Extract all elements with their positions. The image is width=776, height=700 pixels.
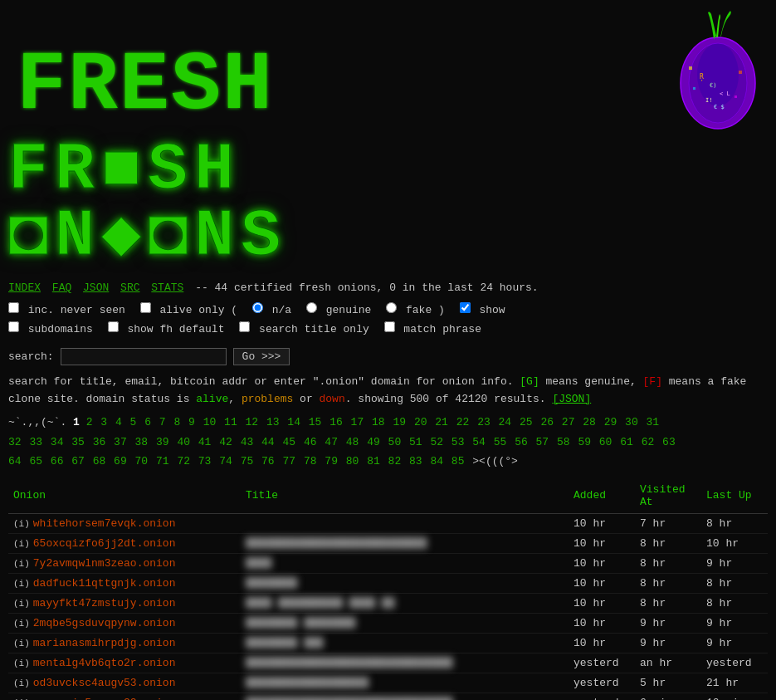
- page-71[interactable]: 71: [156, 455, 169, 467]
- page-16[interactable]: 16: [329, 416, 343, 428]
- onion-link[interactable]: whitehorsem7evqk.onion: [33, 517, 176, 530]
- page-37[interactable]: 37: [114, 436, 127, 448]
- onion-link[interactable]: od3uvcksc4augv53.onion: [33, 677, 176, 689]
- info-link[interactable]: (i): [13, 639, 30, 649]
- subdomains-checkbox[interactable]: [8, 321, 19, 332]
- page-21[interactable]: 21: [435, 416, 448, 428]
- page-6[interactable]: 6: [144, 416, 151, 428]
- page-8[interactable]: 8: [173, 416, 180, 428]
- show-checkbox-label[interactable]: show: [460, 304, 505, 316]
- page-58[interactable]: 58: [557, 436, 570, 448]
- page-48[interactable]: 48: [346, 436, 359, 448]
- page-10[interactable]: 10: [203, 416, 217, 428]
- page-40[interactable]: 40: [177, 436, 190, 448]
- json-link[interactable]: [JSON]: [552, 393, 591, 405]
- page-72[interactable]: 72: [177, 455, 190, 467]
- page-60[interactable]: 60: [599, 436, 613, 448]
- page-65[interactable]: 65: [29, 455, 42, 467]
- page-29[interactable]: 29: [604, 416, 617, 428]
- onion-link[interactable]: 7y2avmqwlnm3zeao.onion: [33, 557, 176, 570]
- info-link[interactable]: (i): [13, 559, 30, 569]
- subdomains-checkbox-label[interactable]: subdomains: [8, 323, 100, 335]
- genuine-radio-label[interactable]: genuine: [306, 304, 378, 316]
- info-link[interactable]: (i): [13, 599, 30, 609]
- page-32[interactable]: 32: [8, 436, 22, 448]
- page-14[interactable]: 14: [287, 416, 300, 428]
- onion-link[interactable]: 2mqbe5gsduvqpynw.onion: [33, 617, 176, 629]
- page-76[interactable]: 76: [261, 455, 275, 467]
- page-17[interactable]: 17: [351, 416, 364, 428]
- page-41[interactable]: 41: [198, 436, 212, 448]
- page-77[interactable]: 77: [282, 455, 295, 467]
- page-35[interactable]: 35: [71, 436, 85, 448]
- page-51[interactable]: 51: [409, 436, 422, 448]
- page-63[interactable]: 63: [662, 436, 676, 448]
- page-74[interactable]: 74: [219, 455, 232, 467]
- nav-stats[interactable]: STATS: [151, 281, 183, 294]
- page-2[interactable]: 2: [86, 416, 93, 428]
- page-27[interactable]: 27: [562, 416, 575, 428]
- page-54[interactable]: 54: [472, 436, 486, 448]
- inc-never-seen-label[interactable]: inc. never seen: [8, 304, 132, 316]
- page-31[interactable]: 31: [647, 416, 660, 428]
- page-9[interactable]: 9: [188, 416, 195, 428]
- search-button[interactable]: Go >>>: [233, 348, 290, 365]
- nav-index[interactable]: INDEX: [8, 281, 41, 294]
- page-44[interactable]: 44: [261, 436, 275, 448]
- page-82[interactable]: 82: [388, 455, 402, 467]
- info-link[interactable]: (i): [13, 658, 30, 668]
- page-3[interactable]: 3: [100, 416, 107, 428]
- page-68[interactable]: 68: [93, 455, 106, 467]
- onion-link[interactable]: scwmwsig5mvoyz32.onion: [33, 697, 176, 700]
- match-phrase-checkbox-label[interactable]: match phrase: [384, 323, 481, 335]
- page-55[interactable]: 55: [494, 436, 507, 448]
- page-83[interactable]: 83: [409, 455, 422, 467]
- page-79[interactable]: 79: [325, 455, 338, 467]
- page-64[interactable]: 64: [8, 455, 22, 467]
- info-link[interactable]: (i): [13, 519, 30, 529]
- page-52[interactable]: 52: [430, 436, 443, 448]
- page-18[interactable]: 18: [372, 416, 385, 428]
- page-46[interactable]: 46: [304, 436, 317, 448]
- page-50[interactable]: 50: [388, 436, 402, 448]
- info-link[interactable]: (i): [13, 619, 30, 629]
- page-85[interactable]: 85: [451, 455, 465, 467]
- genuine-radio[interactable]: [306, 302, 317, 313]
- page-20[interactable]: 20: [414, 416, 427, 428]
- page-12[interactable]: 12: [246, 416, 259, 428]
- nav-json[interactable]: JSON: [83, 281, 109, 294]
- page-15[interactable]: 15: [309, 416, 322, 428]
- page-5[interactable]: 5: [130, 416, 137, 428]
- show-checkbox[interactable]: [460, 302, 471, 313]
- page-33[interactable]: 33: [29, 436, 42, 448]
- onion-link[interactable]: 65oxcqizfo6jj2dt.onion: [33, 537, 176, 550]
- fake-radio[interactable]: [386, 302, 397, 313]
- page-25[interactable]: 25: [520, 416, 533, 428]
- page-84[interactable]: 84: [430, 455, 443, 467]
- page-67[interactable]: 67: [71, 455, 85, 467]
- page-61[interactable]: 61: [620, 436, 633, 448]
- search-title-checkbox[interactable]: [239, 321, 250, 332]
- page-23[interactable]: 23: [477, 416, 490, 428]
- onion-link[interactable]: dadfuck11qttgnjk.onion: [33, 577, 176, 590]
- page-4[interactable]: 4: [115, 416, 122, 428]
- info-link[interactable]: (i): [13, 579, 30, 589]
- page-24[interactable]: 24: [499, 416, 512, 428]
- page-45[interactable]: 45: [282, 436, 295, 448]
- page-26[interactable]: 26: [540, 416, 554, 428]
- page-53[interactable]: 53: [451, 436, 465, 448]
- page-73[interactable]: 73: [198, 455, 212, 467]
- show-fh-checkbox[interactable]: [108, 321, 119, 332]
- page-42[interactable]: 42: [219, 436, 232, 448]
- search-title-checkbox-label[interactable]: search title only: [239, 323, 375, 335]
- page-70[interactable]: 70: [135, 455, 149, 467]
- page-78[interactable]: 78: [304, 455, 317, 467]
- page-34[interactable]: 34: [51, 436, 64, 448]
- page-57[interactable]: 57: [536, 436, 549, 448]
- fake-radio-label[interactable]: fake ): [386, 304, 451, 316]
- page-28[interactable]: 28: [583, 416, 596, 428]
- page-66[interactable]: 66: [51, 455, 64, 467]
- page-75[interactable]: 75: [241, 455, 254, 467]
- na-radio[interactable]: [252, 302, 263, 313]
- page-39[interactable]: 39: [156, 436, 169, 448]
